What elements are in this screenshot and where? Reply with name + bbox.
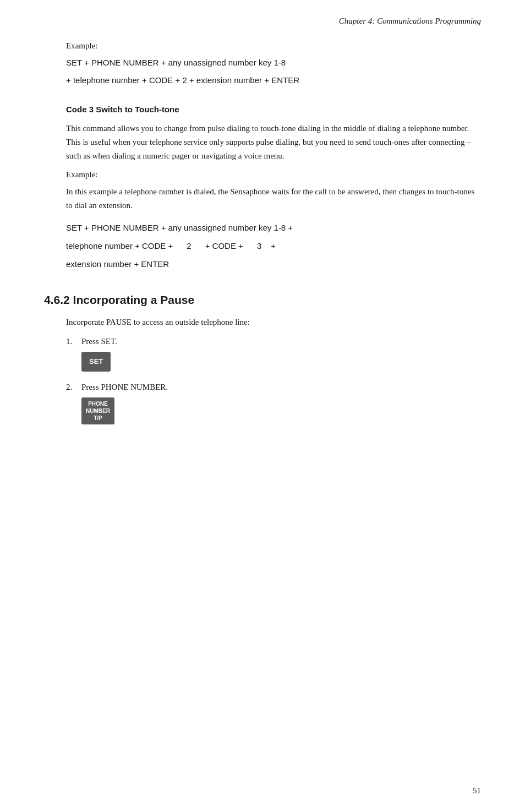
code3-formula2-part3: + CODE + — [205, 241, 243, 250]
step-2-content: Press PHONE NUMBER. PHONE NUMBER T/P — [81, 383, 168, 424]
code3-block: Code 3 Switch to Touch-tone This command… — [44, 105, 481, 271]
chapter-title: Chapter 4: Communications Programming — [339, 17, 481, 25]
section-462: 4.6.2 Incorporating a Pause Incorporate … — [44, 293, 481, 424]
code3-formula3: extension number + ENTER — [66, 257, 481, 271]
section-462-title: 4.6.2 Incorporating a Pause — [44, 293, 481, 307]
step-1-content: Press SET. SET — [81, 337, 117, 372]
example1-block: Example: SET + PHONE NUMBER + any unassi… — [44, 41, 481, 87]
code3-body1: This command allows you to change from p… — [66, 122, 481, 162]
code3-formula1: SET + PHONE NUMBER + any unassigned numb… — [66, 220, 481, 235]
code3-title: Code 3 Switch to Touch-tone — [66, 105, 481, 114]
step-1-num: 1. — [66, 337, 81, 346]
code3-formula2-part5: + — [271, 241, 276, 250]
code3-body2: In this example a telephone number is di… — [66, 185, 481, 212]
page-number: 51 — [473, 786, 481, 795]
step-1: 1. Press SET. SET — [66, 337, 481, 372]
code3-formula2-part4: 3 — [257, 241, 261, 250]
set-key-button[interactable]: SET — [81, 352, 111, 372]
code3-formula2: telephone number + CODE + 2 + CODE + 3 + — [66, 238, 481, 253]
section-462-intro: Incorporate PAUSE to access an outside t… — [66, 315, 481, 329]
code3-formula2-part2: 2 — [187, 241, 191, 250]
step-2-text: Press PHONE NUMBER. — [81, 383, 168, 392]
code3-example-label: Example: — [66, 170, 481, 179]
chapter-header: Chapter 4: Communications Programming — [44, 17, 481, 26]
code3-formula2-part1: telephone number + CODE + — [66, 241, 173, 250]
steps-list: 1. Press SET. SET 2. Press PHONE NUMBER.… — [66, 337, 481, 424]
example1-label: Example: — [66, 41, 481, 51]
phone-number-key-button[interactable]: PHONE NUMBER T/P — [81, 397, 114, 424]
example1-line1: SET + PHONE NUMBER + any unassigned numb… — [66, 56, 481, 69]
step-2-num: 2. — [66, 383, 81, 392]
example1-line2: + telephone number + CODE + 2 + extensio… — [66, 74, 481, 87]
page: Chapter 4: Communications Programming Ex… — [0, 0, 525, 812]
section-462-content: Incorporate PAUSE to access an outside t… — [44, 315, 481, 424]
step-2: 2. Press PHONE NUMBER. PHONE NUMBER T/P — [66, 383, 481, 424]
step-1-text: Press SET. — [81, 337, 117, 346]
